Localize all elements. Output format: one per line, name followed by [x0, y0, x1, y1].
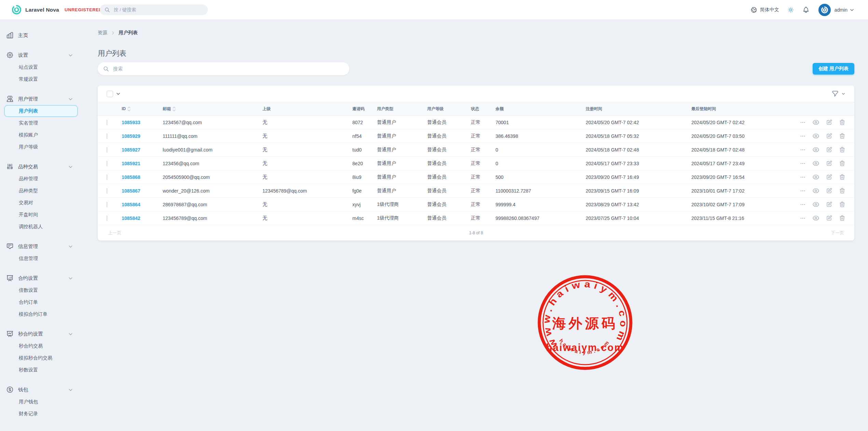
resource-search[interactable]	[98, 62, 349, 75]
column-header-type: 用户类型	[377, 106, 427, 112]
column-header-id[interactable]: ID	[122, 106, 163, 112]
theme-toggle-button[interactable]	[787, 6, 794, 13]
sidebar-item[interactable]: 实名管理	[4, 117, 78, 129]
row-more-actions-button[interactable]	[801, 133, 806, 139]
row-view-button[interactable]	[812, 119, 819, 126]
sidebar-item[interactable]: 交易对	[4, 197, 78, 209]
sidebar-group-wallet-header[interactable]: 钱包	[4, 383, 78, 396]
sidebar-item[interactable]: 模拟合约订单	[4, 308, 78, 320]
sidebar-item[interactable]: 模拟账户	[4, 129, 78, 141]
row-checkbox[interactable]	[107, 147, 107, 153]
global-search[interactable]	[100, 4, 208, 15]
row-view-button[interactable]	[812, 146, 819, 153]
row-checkbox[interactable]	[107, 202, 107, 207]
sidebar-group-markets-header[interactable]: 品种交易	[4, 160, 78, 173]
filter-chevron-icon[interactable]	[841, 92, 845, 96]
row-checkbox[interactable]	[107, 216, 107, 221]
sidebar-item[interactable]: 调控机器人	[4, 221, 78, 233]
sidebar-item[interactable]: 合约订单	[4, 296, 78, 308]
row-more-actions-button[interactable]	[801, 215, 806, 221]
row-view-button[interactable]	[812, 201, 819, 208]
create-button[interactable]: 创建 用户列表	[813, 63, 854, 75]
column-header-email[interactable]: 邮箱	[163, 106, 262, 112]
row-delete-button[interactable]	[839, 187, 845, 194]
sidebar-item[interactable]: 用户等级	[4, 141, 78, 153]
row-edit-button[interactable]	[826, 160, 832, 167]
row-id-link[interactable]: 1085867	[122, 188, 163, 194]
row-id-link[interactable]: 1085933	[122, 120, 163, 125]
row-edit-button[interactable]	[826, 215, 832, 221]
sidebar-item[interactable]: 常规设置	[4, 73, 78, 85]
sidebar-item[interactable]: 模拟秒合约交易	[4, 352, 78, 364]
sort-icon[interactable]	[173, 106, 176, 112]
avatar[interactable]	[818, 4, 831, 16]
row-view-button[interactable]	[812, 173, 819, 181]
row-more-actions-button[interactable]	[801, 147, 806, 153]
row-checkbox[interactable]	[107, 133, 107, 139]
global-search-input[interactable]	[113, 7, 193, 13]
sidebar-item[interactable]: 开盘时间	[4, 209, 78, 221]
row-checkbox[interactable]	[107, 161, 107, 166]
row-edit-button[interactable]	[826, 174, 832, 180]
sidebar-item[interactable]: 财务记录	[4, 408, 78, 420]
row-delete-button[interactable]	[839, 215, 845, 221]
row-edit-button[interactable]	[826, 146, 832, 153]
row-id-link[interactable]: 1085929	[122, 133, 163, 139]
chevron-down-icon[interactable]	[850, 8, 854, 12]
sidebar-item[interactable]: 品种类型	[4, 185, 78, 197]
sidebar-item-home[interactable]: 主页	[4, 29, 78, 41]
row-view-button[interactable]	[812, 160, 819, 167]
sidebar-item[interactable]: 倍数设置	[4, 284, 78, 296]
language-switcher[interactable]: 简体中文	[750, 6, 779, 13]
sidebar-group-info-header[interactable]: 信息管理	[4, 240, 78, 252]
sidebar-item[interactable]: 站点设置	[4, 61, 78, 73]
row-delete-button[interactable]	[839, 160, 845, 167]
row-delete-button[interactable]	[839, 201, 845, 208]
row-id-link[interactable]: 1085921	[122, 161, 163, 166]
prev-page-button[interactable]: 上一页	[106, 230, 123, 236]
row-more-actions-button[interactable]	[801, 160, 806, 167]
row-edit-button[interactable]	[826, 187, 832, 194]
row-more-actions-button[interactable]	[801, 119, 806, 126]
sidebar-item[interactable]: 用户钱包	[4, 396, 78, 408]
sidebar-group-users-header[interactable]: 用户管理	[4, 93, 78, 105]
row-view-button[interactable]	[812, 187, 819, 194]
row-view-button[interactable]	[812, 132, 819, 140]
brand-area[interactable]: Laravel Nova UNREGISTERED	[12, 0, 102, 19]
row-edit-button[interactable]	[826, 133, 832, 139]
select-all-checkbox[interactable]	[107, 91, 113, 97]
row-id-link[interactable]: 1085864	[122, 202, 163, 207]
sidebar-group-contract-header[interactable]: 合约设置	[4, 272, 78, 284]
row-id-link[interactable]: 1085868	[122, 174, 163, 180]
row-id-link[interactable]: 1085927	[122, 147, 163, 153]
row-delete-button[interactable]	[839, 133, 845, 139]
row-more-actions-button[interactable]	[801, 174, 806, 180]
next-page-button[interactable]: 下一页	[829, 230, 846, 236]
breadcrumb-root[interactable]: 资源	[98, 30, 107, 36]
row-checkbox[interactable]	[107, 188, 107, 194]
row-edit-button[interactable]	[826, 201, 832, 208]
row-delete-button[interactable]	[839, 146, 845, 153]
sidebar-group-seconds-contract-header[interactable]: 秒合约设置	[4, 328, 78, 340]
resource-search-input[interactable]	[112, 66, 333, 72]
user-menu[interactable]: admin	[835, 7, 847, 13]
row-more-actions-button[interactable]	[801, 201, 806, 208]
row-edit-button[interactable]	[826, 119, 832, 126]
row-delete-button[interactable]	[839, 119, 845, 126]
sidebar-group-settings-header[interactable]: 设置	[4, 49, 78, 61]
row-delete-button[interactable]	[839, 174, 845, 180]
filter-funnel-icon[interactable]	[832, 90, 839, 97]
sidebar-item[interactable]: 信息管理	[4, 252, 78, 264]
row-checkbox[interactable]	[107, 174, 107, 180]
sort-icon[interactable]	[127, 106, 131, 112]
sidebar-item[interactable]: 用户列表	[4, 105, 78, 117]
row-id-link[interactable]: 1085842	[122, 216, 163, 221]
row-view-button[interactable]	[812, 214, 819, 222]
select-actions-chevron-icon[interactable]	[116, 91, 121, 96]
sidebar-item[interactable]: 秒数设置	[4, 364, 78, 376]
row-more-actions-button[interactable]	[801, 188, 806, 194]
sidebar-item[interactable]: 品种管理	[4, 173, 78, 185]
row-checkbox[interactable]	[107, 120, 107, 125]
sidebar-item[interactable]: 秒合约交易	[4, 340, 78, 352]
notifications-button[interactable]	[802, 6, 810, 13]
